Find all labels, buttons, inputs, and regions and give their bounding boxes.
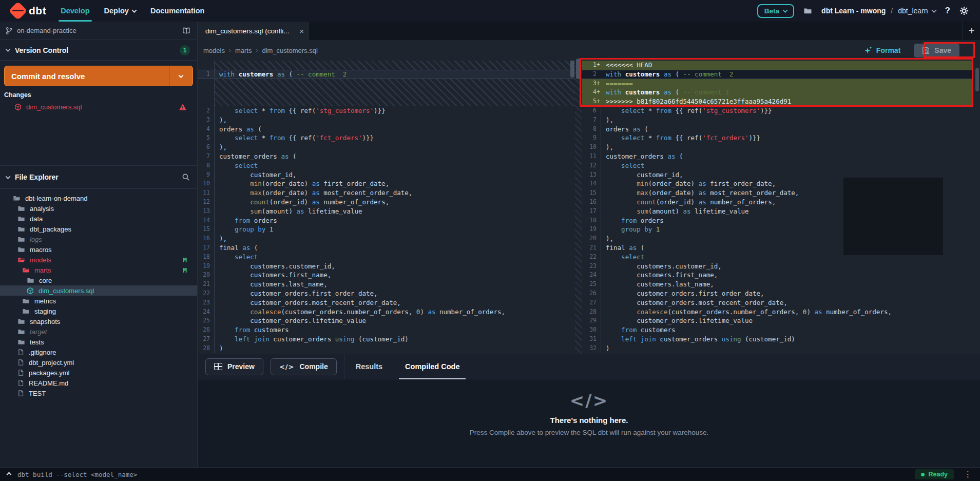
code-line: 11 max(order_date) as most_recent_order_… bbox=[198, 188, 575, 198]
editor-region: models › marts › dim_customers.sql Forma… bbox=[198, 40, 980, 354]
code-line: 16), bbox=[198, 234, 575, 243]
chevron-up-icon[interactable] bbox=[0, 473, 17, 476]
docs-book-icon[interactable] bbox=[182, 27, 191, 35]
commit-and-resolve-button[interactable]: Commit and resolve bbox=[4, 66, 193, 86]
command-input[interactable]: dbt build --select <model_name> bbox=[17, 471, 137, 478]
code-line: 22 customer_orders.first_order_date, bbox=[198, 289, 575, 298]
breadcrumb-models[interactable]: models bbox=[203, 47, 225, 54]
file-tree-item[interactable]: staging bbox=[0, 306, 197, 316]
changed-file-row[interactable]: dim_customers.sql bbox=[0, 102, 197, 112]
deleted-lines-hatch-band bbox=[198, 61, 575, 70]
dbt-logo-icon bbox=[9, 2, 28, 21]
help-icon[interactable]: ? bbox=[945, 6, 950, 16]
file-tree-item[interactable]: TEST bbox=[0, 388, 197, 398]
file-tree-item[interactable]: core bbox=[0, 275, 197, 285]
breadcrumb: models › marts › dim_customers.sql bbox=[203, 47, 318, 54]
results-panel: Preview </> Compile Results Compiled Cod… bbox=[198, 354, 980, 467]
branch-name[interactable]: on-demand-practice bbox=[17, 27, 76, 34]
code-line: 11customer_orders as ( bbox=[582, 152, 980, 161]
breadcrumb-file[interactable]: dim_customers.sql bbox=[262, 47, 317, 54]
version-control-header[interactable]: Version Control 1 bbox=[0, 40, 197, 61]
file-tree-label: core bbox=[39, 277, 52, 284]
chevron-down-icon bbox=[783, 8, 788, 13]
pane-divider[interactable] bbox=[575, 61, 582, 354]
top-nav-right: Beta dbt Learn - mwong / dbt_learn ? bbox=[757, 4, 980, 18]
file-tree-item[interactable]: dbt-learn-on-demand bbox=[0, 193, 197, 203]
file-explorer-header[interactable]: File Explorer bbox=[0, 165, 197, 189]
preview-button[interactable]: Preview bbox=[205, 358, 263, 375]
code-line: 24 customers.first_name, bbox=[582, 271, 980, 280]
changed-file-name: dim_customers.sql bbox=[26, 103, 82, 111]
code-pane-right[interactable]: 1+<<<<<<< HEAD2with customers as ( -- co… bbox=[582, 61, 980, 354]
code-line: 10), bbox=[582, 143, 980, 152]
file-tree-item[interactable]: data bbox=[0, 214, 197, 224]
code-line: 1with customers as ( -- comment 2 bbox=[198, 70, 575, 79]
left-pane-scrollbar[interactable] bbox=[570, 61, 574, 78]
version-control-title: Version Control bbox=[15, 46, 68, 54]
code-line: 26 customer_orders.first_order_date, bbox=[582, 289, 980, 298]
format-button[interactable]: Format bbox=[864, 46, 900, 54]
file-tree-item[interactable]: README.md bbox=[0, 378, 197, 388]
code-line: 19 customers.customer_id, bbox=[198, 262, 575, 271]
file-tree-item[interactable]: .gitignore bbox=[0, 347, 197, 357]
gear-icon[interactable] bbox=[959, 6, 969, 15]
code-line: 1+<<<<<<< HEAD bbox=[582, 61, 972, 70]
file-tree-label: metrics bbox=[34, 297, 56, 305]
file-explorer-title: File Explorer bbox=[15, 173, 59, 181]
file-tree-item[interactable]: analysis bbox=[0, 203, 197, 214]
file-tree-item[interactable]: dbt_packages bbox=[0, 224, 197, 234]
dbt-logo-text: dbt bbox=[29, 5, 46, 17]
nav-deploy[interactable]: Deploy bbox=[97, 0, 143, 22]
sidebar: Version Control 1 Commit and resolve Cha… bbox=[0, 40, 198, 467]
right-pane-scrollbar[interactable] bbox=[975, 68, 979, 91]
code-pane-left[interactable]: 1with customers as ( -- comment 22 selec… bbox=[198, 61, 575, 354]
code-line: 21 customers.last_name, bbox=[198, 280, 575, 289]
file-tree-item[interactable]: dbt_project.yml bbox=[0, 357, 197, 368]
nav-documentation[interactable]: Documentation bbox=[143, 0, 212, 22]
code-line: 28) bbox=[198, 344, 575, 353]
file-tree-item[interactable]: dim_customers.sql bbox=[0, 285, 197, 296]
file-tree-label: README.md bbox=[29, 379, 68, 387]
commit-options-chevron[interactable] bbox=[169, 66, 193, 86]
file-tree-item[interactable]: martsM bbox=[0, 265, 197, 275]
code-line: 4orders as ( bbox=[198, 125, 575, 134]
save-button[interactable]: Save bbox=[914, 44, 959, 57]
nav-develop[interactable]: Develop bbox=[53, 0, 97, 22]
code-icon: </> bbox=[198, 390, 980, 411]
file-tree-item[interactable]: tests bbox=[0, 337, 197, 347]
beta-dropdown[interactable]: Beta bbox=[757, 4, 794, 18]
divider-scroll-thumb[interactable] bbox=[576, 59, 580, 79]
file-tree-item[interactable]: logs bbox=[0, 234, 197, 244]
folder-icon bbox=[27, 277, 34, 284]
code-line: 4+with customers as ( -- comment 1 bbox=[582, 88, 972, 97]
folder-icon bbox=[17, 246, 25, 253]
compile-button[interactable]: </> Compile bbox=[271, 358, 337, 375]
code-line: 31 left join customer_orders using (cust… bbox=[582, 335, 980, 344]
file-tree-item[interactable]: snapshots bbox=[0, 316, 197, 326]
file-explorer-section: File Explorer dbt-learn-on-demandanalysi… bbox=[0, 165, 197, 398]
code-line: 30 from customers bbox=[582, 325, 980, 335]
tab-dim-customers[interactable]: dim_customers.sql (confli... × bbox=[198, 22, 309, 40]
search-icon[interactable] bbox=[182, 173, 190, 181]
close-icon[interactable]: × bbox=[295, 27, 304, 35]
deleted-lines-hatch-band bbox=[198, 79, 575, 106]
file-tree-item[interactable]: target bbox=[0, 326, 197, 337]
cube-icon bbox=[27, 287, 34, 295]
new-tab-button[interactable]: + bbox=[963, 22, 980, 40]
file-tree-label: dbt_packages bbox=[30, 225, 71, 233]
account-breadcrumb[interactable]: dbt Learn - mwong / dbt_learn bbox=[821, 7, 936, 15]
file-tree-item[interactable]: metrics bbox=[0, 296, 197, 306]
folder-icon bbox=[17, 338, 25, 345]
file-tree-label: models bbox=[30, 256, 51, 264]
tab-results[interactable]: Results bbox=[344, 354, 394, 379]
breadcrumb-marts[interactable]: marts bbox=[235, 47, 252, 54]
file-tree-item[interactable]: macros bbox=[0, 244, 197, 255]
dbt-logo[interactable]: dbt bbox=[0, 4, 53, 17]
kebab-menu-icon[interactable]: ⋮ bbox=[961, 470, 975, 479]
file-tree-item[interactable]: modelsM bbox=[0, 255, 197, 265]
code-icon: </> bbox=[279, 363, 295, 371]
file-tree-item[interactable]: packages.yml bbox=[0, 368, 197, 378]
tab-compiled-code[interactable]: Compiled Code bbox=[394, 354, 471, 379]
file-tree-label: packages.yml bbox=[29, 369, 69, 377]
file-tree-label: dbt-learn-on-demand bbox=[25, 195, 87, 202]
